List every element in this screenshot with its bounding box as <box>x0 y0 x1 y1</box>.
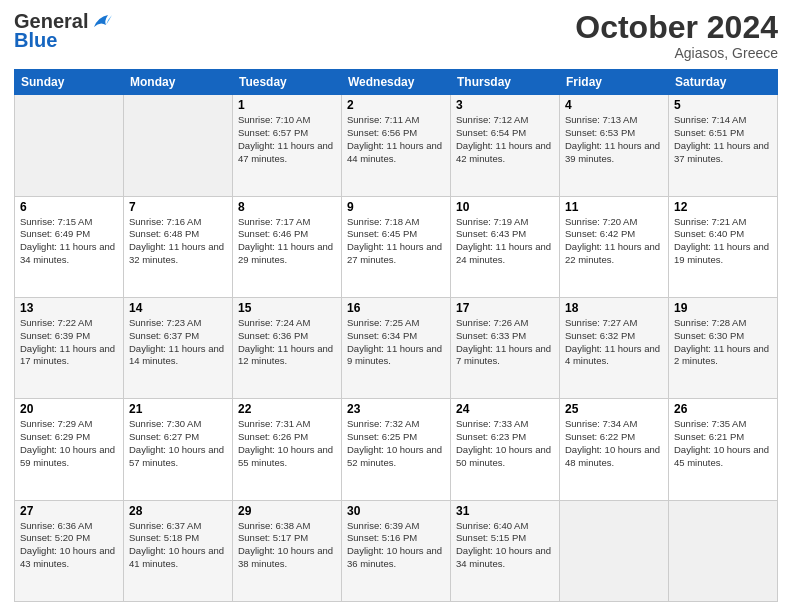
calendar-week-row: 1Sunrise: 7:10 AMSunset: 6:57 PMDaylight… <box>15 95 778 196</box>
calendar-cell: 31Sunrise: 6:40 AMSunset: 5:15 PMDayligh… <box>451 500 560 601</box>
calendar-cell: 1Sunrise: 7:10 AMSunset: 6:57 PMDaylight… <box>233 95 342 196</box>
col-thursday: Thursday <box>451 70 560 95</box>
day-number: 5 <box>674 98 772 112</box>
day-number: 27 <box>20 504 118 518</box>
day-number: 10 <box>456 200 554 214</box>
day-info: Sunrise: 7:10 AMSunset: 6:57 PMDaylight:… <box>238 114 336 165</box>
logo-bird-icon <box>90 13 112 31</box>
calendar-table: Sunday Monday Tuesday Wednesday Thursday… <box>14 69 778 602</box>
calendar-cell: 24Sunrise: 7:33 AMSunset: 6:23 PMDayligh… <box>451 399 560 500</box>
day-info: Sunrise: 7:23 AMSunset: 6:37 PMDaylight:… <box>129 317 227 368</box>
day-info: Sunrise: 7:19 AMSunset: 6:43 PMDaylight:… <box>456 216 554 267</box>
calendar-cell: 14Sunrise: 7:23 AMSunset: 6:37 PMDayligh… <box>124 297 233 398</box>
calendar-cell: 12Sunrise: 7:21 AMSunset: 6:40 PMDayligh… <box>669 196 778 297</box>
day-number: 4 <box>565 98 663 112</box>
calendar-cell: 26Sunrise: 7:35 AMSunset: 6:21 PMDayligh… <box>669 399 778 500</box>
day-number: 6 <box>20 200 118 214</box>
calendar-cell: 19Sunrise: 7:28 AMSunset: 6:30 PMDayligh… <box>669 297 778 398</box>
day-number: 14 <box>129 301 227 315</box>
day-number: 21 <box>129 402 227 416</box>
location: Agiasos, Greece <box>575 45 778 61</box>
day-number: 31 <box>456 504 554 518</box>
day-info: Sunrise: 7:27 AMSunset: 6:32 PMDaylight:… <box>565 317 663 368</box>
day-number: 3 <box>456 98 554 112</box>
calendar-cell: 4Sunrise: 7:13 AMSunset: 6:53 PMDaylight… <box>560 95 669 196</box>
day-number: 15 <box>238 301 336 315</box>
col-friday: Friday <box>560 70 669 95</box>
day-info: Sunrise: 7:35 AMSunset: 6:21 PMDaylight:… <box>674 418 772 469</box>
calendar-cell: 7Sunrise: 7:16 AMSunset: 6:48 PMDaylight… <box>124 196 233 297</box>
day-info: Sunrise: 7:25 AMSunset: 6:34 PMDaylight:… <box>347 317 445 368</box>
day-number: 18 <box>565 301 663 315</box>
day-info: Sunrise: 6:37 AMSunset: 5:18 PMDaylight:… <box>129 520 227 571</box>
day-number: 1 <box>238 98 336 112</box>
calendar-cell: 11Sunrise: 7:20 AMSunset: 6:42 PMDayligh… <box>560 196 669 297</box>
calendar-cell: 18Sunrise: 7:27 AMSunset: 6:32 PMDayligh… <box>560 297 669 398</box>
day-number: 12 <box>674 200 772 214</box>
calendar-week-row: 20Sunrise: 7:29 AMSunset: 6:29 PMDayligh… <box>15 399 778 500</box>
day-info: Sunrise: 7:11 AMSunset: 6:56 PMDaylight:… <box>347 114 445 165</box>
day-info: Sunrise: 6:39 AMSunset: 5:16 PMDaylight:… <box>347 520 445 571</box>
day-info: Sunrise: 6:40 AMSunset: 5:15 PMDaylight:… <box>456 520 554 571</box>
day-info: Sunrise: 7:34 AMSunset: 6:22 PMDaylight:… <box>565 418 663 469</box>
day-info: Sunrise: 7:24 AMSunset: 6:36 PMDaylight:… <box>238 317 336 368</box>
calendar-cell: 20Sunrise: 7:29 AMSunset: 6:29 PMDayligh… <box>15 399 124 500</box>
col-tuesday: Tuesday <box>233 70 342 95</box>
day-info: Sunrise: 7:33 AMSunset: 6:23 PMDaylight:… <box>456 418 554 469</box>
day-number: 26 <box>674 402 772 416</box>
calendar-cell <box>124 95 233 196</box>
day-number: 30 <box>347 504 445 518</box>
day-info: Sunrise: 7:28 AMSunset: 6:30 PMDaylight:… <box>674 317 772 368</box>
day-number: 9 <box>347 200 445 214</box>
calendar-cell <box>560 500 669 601</box>
calendar-cell: 29Sunrise: 6:38 AMSunset: 5:17 PMDayligh… <box>233 500 342 601</box>
day-info: Sunrise: 7:31 AMSunset: 6:26 PMDaylight:… <box>238 418 336 469</box>
day-number: 16 <box>347 301 445 315</box>
day-info: Sunrise: 7:15 AMSunset: 6:49 PMDaylight:… <box>20 216 118 267</box>
day-number: 23 <box>347 402 445 416</box>
day-info: Sunrise: 7:16 AMSunset: 6:48 PMDaylight:… <box>129 216 227 267</box>
day-info: Sunrise: 7:26 AMSunset: 6:33 PMDaylight:… <box>456 317 554 368</box>
calendar-cell: 28Sunrise: 6:37 AMSunset: 5:18 PMDayligh… <box>124 500 233 601</box>
calendar-cell <box>15 95 124 196</box>
calendar-cell: 3Sunrise: 7:12 AMSunset: 6:54 PMDaylight… <box>451 95 560 196</box>
day-info: Sunrise: 7:22 AMSunset: 6:39 PMDaylight:… <box>20 317 118 368</box>
calendar-cell: 25Sunrise: 7:34 AMSunset: 6:22 PMDayligh… <box>560 399 669 500</box>
col-sunday: Sunday <box>15 70 124 95</box>
day-info: Sunrise: 7:32 AMSunset: 6:25 PMDaylight:… <box>347 418 445 469</box>
day-number: 24 <box>456 402 554 416</box>
day-info: Sunrise: 7:21 AMSunset: 6:40 PMDaylight:… <box>674 216 772 267</box>
calendar-cell: 9Sunrise: 7:18 AMSunset: 6:45 PMDaylight… <box>342 196 451 297</box>
day-number: 7 <box>129 200 227 214</box>
header: General Blue October 2024 Agiasos, Greec… <box>14 10 778 61</box>
calendar-cell: 15Sunrise: 7:24 AMSunset: 6:36 PMDayligh… <box>233 297 342 398</box>
day-info: Sunrise: 7:18 AMSunset: 6:45 PMDaylight:… <box>347 216 445 267</box>
calendar-cell <box>669 500 778 601</box>
day-number: 22 <box>238 402 336 416</box>
day-number: 8 <box>238 200 336 214</box>
header-row: Sunday Monday Tuesday Wednesday Thursday… <box>15 70 778 95</box>
calendar-cell: 2Sunrise: 7:11 AMSunset: 6:56 PMDaylight… <box>342 95 451 196</box>
calendar-cell: 21Sunrise: 7:30 AMSunset: 6:27 PMDayligh… <box>124 399 233 500</box>
calendar-cell: 5Sunrise: 7:14 AMSunset: 6:51 PMDaylight… <box>669 95 778 196</box>
day-number: 13 <box>20 301 118 315</box>
day-number: 20 <box>20 402 118 416</box>
calendar-week-row: 13Sunrise: 7:22 AMSunset: 6:39 PMDayligh… <box>15 297 778 398</box>
calendar-cell: 22Sunrise: 7:31 AMSunset: 6:26 PMDayligh… <box>233 399 342 500</box>
day-number: 17 <box>456 301 554 315</box>
day-number: 19 <box>674 301 772 315</box>
calendar-cell: 23Sunrise: 7:32 AMSunset: 6:25 PMDayligh… <box>342 399 451 500</box>
col-monday: Monday <box>124 70 233 95</box>
day-info: Sunrise: 7:29 AMSunset: 6:29 PMDaylight:… <box>20 418 118 469</box>
calendar-cell: 17Sunrise: 7:26 AMSunset: 6:33 PMDayligh… <box>451 297 560 398</box>
calendar-week-row: 27Sunrise: 6:36 AMSunset: 5:20 PMDayligh… <box>15 500 778 601</box>
month-title: October 2024 <box>575 10 778 45</box>
calendar-cell: 10Sunrise: 7:19 AMSunset: 6:43 PMDayligh… <box>451 196 560 297</box>
logo: General Blue <box>14 10 112 52</box>
day-info: Sunrise: 7:12 AMSunset: 6:54 PMDaylight:… <box>456 114 554 165</box>
col-wednesday: Wednesday <box>342 70 451 95</box>
day-number: 2 <box>347 98 445 112</box>
calendar-week-row: 6Sunrise: 7:15 AMSunset: 6:49 PMDaylight… <box>15 196 778 297</box>
day-info: Sunrise: 6:36 AMSunset: 5:20 PMDaylight:… <box>20 520 118 571</box>
day-number: 25 <box>565 402 663 416</box>
